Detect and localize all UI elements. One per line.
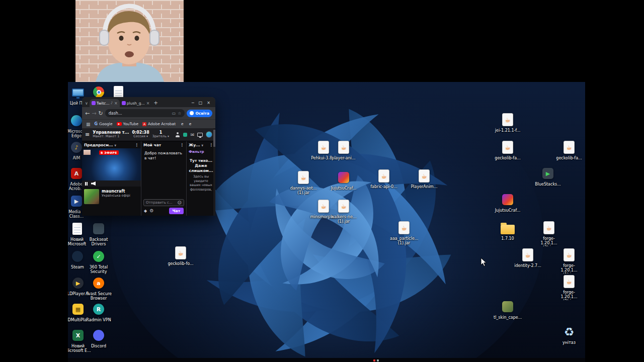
emoji-icon[interactable]: ☺ <box>178 201 182 205</box>
chat-welcome-message: Добро пожаловать в чат! <box>141 148 186 198</box>
bits-icon[interactable]: ◆ <box>144 209 147 213</box>
kebab-menu-icon[interactable]: ⋮ <box>180 143 184 147</box>
cast-icon[interactable]: ▭ <box>172 111 176 116</box>
chat-input-placeholder: Отправить с... <box>146 201 173 205</box>
window-close-button[interactable]: × <box>207 101 210 105</box>
boost-icon[interactable] <box>183 133 187 137</box>
back-icon[interactable]: ← <box>85 111 90 116</box>
desktop-icon[interactable]: ☕geckolib-fo... <box>167 245 195 266</box>
apps-grid-icon[interactable]: ▦ <box>86 122 91 127</box>
address-bar[interactable]: dash... ▭ ☆ <box>105 109 185 117</box>
desktop[interactable]: Цей П...Microsoft Edge♪AIMAAdobe Acrob..… <box>68 82 585 358</box>
desktop-icon[interactable]: ☕player-ani... <box>330 140 358 160</box>
window-minimize-button[interactable]: ─ <box>192 101 194 105</box>
window-maximize-button[interactable]: □ <box>199 101 203 105</box>
desktop-icon-label: унітаз <box>555 340 583 345</box>
tab-audio-icon: ♪ <box>111 101 113 105</box>
desktop-icon[interactable]: ☕dannys-aot... (1).jar <box>289 170 317 195</box>
edge-icon <box>71 115 82 126</box>
window-scrollbar[interactable] <box>213 128 215 216</box>
this-pc-icon <box>72 88 84 97</box>
session-timer[interactable]: 0:02:38 Сессия ▾ <box>132 131 149 139</box>
desktop-icon[interactable]: ☕forge-1.20.1... (1).jar <box>555 247 583 274</box>
desktop-icon[interactable]: ☕forge-1.20.1... (2).jar <box>555 274 583 300</box>
desktop-icon[interactable]: JujutsuCraf... <box>494 192 522 213</box>
channel-info[interactable]: mauncraft Українська ефірі <box>82 187 141 207</box>
browser-window[interactable]: ∨ Twitc...♪×plush_g...× + ─ □ × ← → ↻ da… <box>82 97 215 216</box>
user-avatar[interactable] <box>206 131 212 138</box>
browser-tab[interactable]: Twitc...♪× <box>90 99 120 107</box>
scrollbar-thumb[interactable] <box>213 130 215 147</box>
chat-panel: Мой чат ⋮ Добро пожаловать в чат! Отправ… <box>141 141 187 216</box>
pause-button[interactable] <box>85 182 88 186</box>
bookmark-item[interactable]: ▶YouTube <box>117 122 139 126</box>
chat-input[interactable]: Отправить с... ☺ <box>143 199 184 206</box>
stream-preview-video[interactable]: В ЭФИРЕ <box>82 148 141 180</box>
desktop-icon-label: geckolib-fa... <box>555 156 583 160</box>
viewer-count[interactable]: 1 Зритель ▾ <box>152 131 169 139</box>
desktop-icon[interactable]: ☕forge-1.20.1... (3).jar <box>535 220 563 246</box>
whispers-icon[interactable]: ✉ <box>190 132 194 137</box>
new-tab-button[interactable]: + <box>151 100 159 107</box>
preview-panel-header[interactable]: Предпросм... ∨ ⋮ <box>82 141 141 148</box>
tlauncher-skin-icon <box>502 301 513 312</box>
bookmark-item[interactable]: GGoogle <box>95 122 113 126</box>
forward-icon[interactable]: → <box>92 111 96 116</box>
bookmark-item[interactable]: AAdobe Acrobat <box>142 122 176 126</box>
tab-search-icon[interactable]: ∨ <box>84 101 90 107</box>
desktop-icon[interactable]: ☕walkers-ne... (1).jar <box>330 199 358 224</box>
browser-toolbar: ← → ↻ dash... ▭ ☆ Освіта <box>82 107 215 119</box>
chat-panel-header[interactable]: Мой чат ⋮ <box>141 141 186 148</box>
desktop-icon[interactable]: ☕jei-1.21.1-f... <box>494 112 522 133</box>
refresh-icon[interactable]: ↻ <box>98 111 103 116</box>
desktop-icon[interactable]: ☕geckolib-fa... <box>494 140 522 160</box>
desktop-icon-label: 1.7.10 <box>494 236 522 241</box>
bookmark-star-icon[interactable]: ☆ <box>178 111 181 116</box>
chat-send-button[interactable]: Чат <box>169 208 184 214</box>
stream-display-icon[interactable] <box>197 133 203 137</box>
profile-chip[interactable]: Освіта <box>187 110 212 117</box>
collaborate-icon[interactable] <box>175 132 180 137</box>
bookmark-item[interactable]: e <box>188 122 192 126</box>
desktop-icon[interactable]: aAvast Secure Browser <box>85 276 113 301</box>
kebab-menu-icon[interactable]: ⋮ <box>209 143 213 147</box>
desktop-icon[interactable]: tl_skin_cape... <box>494 299 522 320</box>
chevron-down-icon: ∨ <box>114 143 117 147</box>
chat-settings-icon[interactable]: ⚙ <box>149 208 153 213</box>
desktop-icon[interactable]: 1.7.10 <box>494 220 522 241</box>
java-jar-icon: ☕ <box>378 169 389 183</box>
steam-icon <box>72 251 83 262</box>
desktop-icon[interactable]: Discord <box>85 328 113 348</box>
java-jar-icon: ☕ <box>338 141 349 154</box>
twitch-dashboard: ≡ Управление т... Макет: Макет 1 0:02:38… <box>82 128 215 216</box>
activity-filter-link[interactable]: Фильтр <box>187 148 215 154</box>
desktop-icon[interactable]: ☕PlayerAnim... <box>410 168 438 189</box>
desktop-icon[interactable]: ▶BlueStacks... <box>534 166 562 187</box>
desktop-icon-label: jei-1.21.1-f... <box>494 128 522 133</box>
hamburger-icon[interactable]: ≡ <box>85 131 90 138</box>
desktop-icon[interactable]: JujutsuCraf... <box>330 170 358 191</box>
360-security-icon: ✓ <box>93 251 104 262</box>
tab-close-icon[interactable]: × <box>114 101 118 106</box>
desktop-icon[interactable]: ☕identity-2.7... <box>514 247 542 268</box>
desktop-icon[interactable]: ♻унітаз <box>555 324 583 345</box>
java-jar-icon: ☕ <box>522 248 533 261</box>
browser-tab[interactable]: plush_g...× <box>120 99 152 107</box>
desktop-icon[interactable]: RRadmin VPN <box>85 302 113 322</box>
activity-panel-header[interactable]: Жу... ∨ ⋮ <box>187 141 215 148</box>
tab-close-icon[interactable]: × <box>146 101 150 106</box>
desktop-icon-label: player-ani... <box>330 156 358 160</box>
kebab-menu-icon[interactable]: ⋮ <box>135 143 139 147</box>
java-jar-icon: ☕ <box>502 113 513 126</box>
volume-icon[interactable] <box>91 182 96 186</box>
desktop-icon-label: tl_skin_cape... <box>494 315 522 320</box>
desktop-icon[interactable]: ☕geckolib-fa... <box>555 140 583 160</box>
tab-strip-tabs: Twitc...♪×plush_g...× <box>90 99 152 107</box>
jujutsucraft-icon <box>338 172 349 183</box>
desktop-icon[interactable]: ✓360 Total Security <box>85 249 113 274</box>
bookmark-item[interactable]: e <box>180 122 184 126</box>
desktop-icon[interactable]: Backseat Drivers <box>85 221 113 246</box>
desktop-icon[interactable]: ☕aaa_particle... (1).jar <box>390 220 418 245</box>
desktop-icon[interactable]: ☕fabric-api-0... <box>370 168 398 189</box>
chevron-down-icon: ∨ <box>201 143 204 147</box>
